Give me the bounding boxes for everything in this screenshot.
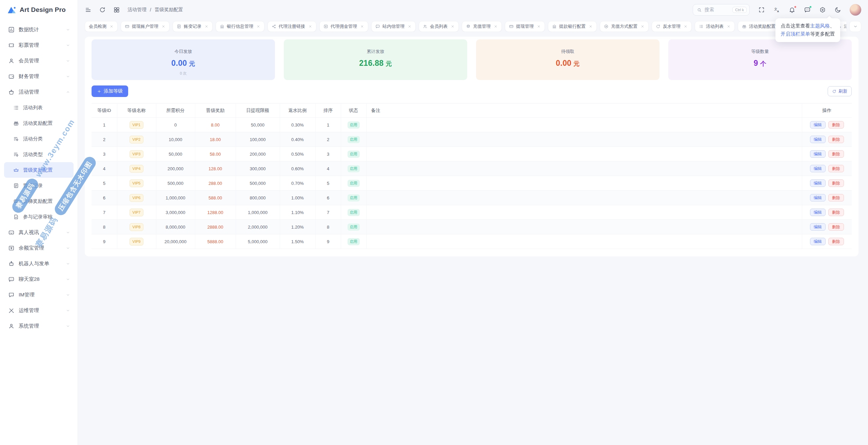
user-avatar[interactable] bbox=[850, 4, 861, 16]
tab-充值方式配置[interactable]: 充值方式配置 bbox=[600, 21, 649, 32]
sidebar-item-label: 活动奖励配置 bbox=[23, 120, 53, 127]
sidebar-item-运维管理[interactable]: 运维管理 bbox=[4, 303, 74, 318]
topbar-menu-link[interactable]: 开启顶栏菜单 bbox=[781, 31, 810, 37]
app-title: Art Design Pro bbox=[20, 6, 66, 14]
delete-button[interactable]: 删除 bbox=[828, 150, 844, 158]
sidebar-item-参与记录审核[interactable]: 参与记录审核 bbox=[4, 209, 74, 225]
edit-button[interactable]: 编辑 bbox=[810, 194, 826, 201]
delete-button[interactable]: 删除 bbox=[828, 238, 844, 245]
breadcrumb-separator: / bbox=[150, 7, 151, 13]
theme-style-link[interactable]: 主题风格 bbox=[810, 23, 830, 28]
close-icon[interactable] bbox=[408, 24, 412, 28]
sidebar-item-会员管理[interactable]: 会员管理 bbox=[4, 53, 74, 69]
delete-button[interactable]: 删除 bbox=[828, 194, 844, 201]
delete-button[interactable]: 删除 bbox=[828, 209, 844, 216]
stat-label: 累计发放 bbox=[284, 49, 467, 55]
sidebar-item-真人视讯[interactable]: 真人视讯 bbox=[4, 225, 74, 240]
tab-提现管理[interactable]: 提现管理 bbox=[505, 21, 545, 32]
sidebar-item-label: 参与记录审核 bbox=[23, 214, 53, 220]
sidebar-item-活动列表[interactable]: 活动列表 bbox=[4, 100, 74, 115]
close-icon[interactable] bbox=[204, 24, 209, 28]
sidebar-item-聊天室28[interactable]: 聊天室28 bbox=[4, 271, 74, 287]
sidebar-item-财务管理[interactable]: 财务管理 bbox=[4, 69, 74, 84]
delete-button[interactable]: 删除 bbox=[828, 223, 844, 231]
tab-代理佣金管理[interactable]: 代理佣金管理 bbox=[319, 21, 368, 32]
delete-button[interactable]: 删除 bbox=[828, 165, 844, 172]
messages-button[interactable] bbox=[804, 6, 811, 13]
sidebar-item-活动管理[interactable]: 活动管理 bbox=[4, 84, 74, 100]
breadcrumb-current: 晋级奖励配置 bbox=[155, 7, 183, 13]
search-input[interactable]: 搜索 Ctrl k bbox=[693, 4, 750, 16]
sidebar-item-活动分类[interactable]: 活动分类 bbox=[4, 131, 74, 147]
cell-rebate: 1.00% bbox=[280, 191, 315, 205]
cell-daily-limit: 5,000,000 bbox=[236, 234, 280, 249]
notifications-button[interactable] bbox=[789, 6, 795, 13]
close-icon[interactable] bbox=[537, 24, 541, 28]
edit-button[interactable]: 编辑 bbox=[810, 150, 826, 158]
apps-grid-icon[interactable] bbox=[113, 6, 120, 13]
content-panel: 今日发放0.00元0 次累计发放216.88元待领取0.00元等级数量9个 添加… bbox=[85, 37, 859, 256]
sidebar-item-label: 会员管理 bbox=[19, 58, 39, 64]
tab-站内信管理[interactable]: 站内信管理 bbox=[371, 21, 416, 32]
edit-button[interactable]: 编辑 bbox=[810, 238, 826, 245]
tab-代理注册链接[interactable]: 代理注册链接 bbox=[268, 21, 316, 32]
settings-gear-icon[interactable] bbox=[819, 6, 826, 13]
tab-账变记录[interactable]: 账变记录 bbox=[173, 21, 213, 32]
edit-button[interactable]: 编辑 bbox=[810, 223, 826, 231]
delete-button[interactable]: 删除 bbox=[828, 136, 844, 143]
close-icon[interactable] bbox=[589, 24, 593, 28]
translate-icon[interactable]: 文A bbox=[773, 6, 780, 13]
sidebar-item-活动奖励配置[interactable]: 活动奖励配置 bbox=[4, 115, 74, 131]
tab-反水管理[interactable]: 反水管理 bbox=[652, 21, 692, 32]
close-icon[interactable] bbox=[161, 24, 165, 28]
sidebar-item-彩票管理[interactable]: 彩票管理 bbox=[4, 37, 74, 53]
sidebar-item-数据统计[interactable]: 数据统计 bbox=[4, 22, 74, 37]
tab-提款银行配置[interactable]: 提款银行配置 bbox=[548, 21, 597, 32]
tab-会员列表[interactable]: 会员列表 bbox=[419, 21, 459, 32]
app-logo[interactable]: Art Design Pro bbox=[0, 0, 78, 20]
list-gear-icon bbox=[13, 136, 19, 142]
edit-button[interactable]: 编辑 bbox=[810, 209, 826, 216]
close-icon[interactable] bbox=[684, 24, 688, 28]
dark-mode-moon-icon[interactable] bbox=[834, 6, 841, 13]
fullscreen-icon[interactable] bbox=[758, 6, 765, 13]
tab-活动列表[interactable]: 活动列表 bbox=[695, 21, 735, 32]
edit-button[interactable]: 编辑 bbox=[810, 136, 826, 143]
sidebar-item-IM管理[interactable]: IM管理 bbox=[4, 287, 74, 303]
sidebar-item-晋级记录[interactable]: 晋级记录 bbox=[4, 178, 74, 193]
cell-status: 启用 bbox=[341, 234, 366, 249]
sidebar-item-机器人与发单[interactable]: 机器人与发单 bbox=[4, 256, 74, 271]
sidebar-item-余额宝管理[interactable]: 余额宝管理 bbox=[4, 240, 74, 256]
sidebar-item-晋级奖励配置[interactable]: 晋级奖励配置 bbox=[4, 162, 74, 178]
close-icon[interactable] bbox=[494, 24, 498, 28]
close-icon[interactable] bbox=[640, 24, 645, 28]
breadcrumb-parent[interactable]: 活动管理 bbox=[127, 7, 146, 13]
sidebar-item-系统管理[interactable]: 系统管理 bbox=[4, 318, 74, 334]
sidebar-item-活动类型[interactable]: 活动类型 bbox=[4, 147, 74, 162]
edit-button[interactable]: 编辑 bbox=[810, 121, 826, 129]
delete-button[interactable]: 删除 bbox=[828, 121, 844, 129]
tab-会员检测[interactable]: 会员检测 bbox=[85, 21, 118, 32]
sidebar-item-阶梯奖励配置[interactable]: 阶梯奖励配置 bbox=[4, 193, 74, 209]
tabs-more-button[interactable] bbox=[849, 21, 861, 32]
vip-badge: VIP5 bbox=[130, 179, 144, 187]
refresh-button[interactable]: 刷新 bbox=[828, 86, 852, 96]
search-shortcut: Ctrl k bbox=[732, 7, 747, 13]
close-icon[interactable] bbox=[451, 24, 455, 28]
close-icon[interactable] bbox=[727, 24, 731, 28]
close-icon[interactable] bbox=[110, 24, 114, 28]
tab-银行信息管理[interactable]: 银行信息管理 bbox=[216, 21, 264, 32]
delete-button[interactable]: 删除 bbox=[828, 179, 844, 187]
add-level-button[interactable]: 添加等级 bbox=[92, 85, 128, 97]
close-icon[interactable] bbox=[256, 24, 260, 28]
close-icon[interactable] bbox=[360, 24, 364, 28]
edit-button[interactable]: 编辑 bbox=[810, 179, 826, 187]
tab-充值管理[interactable]: 充值管理 bbox=[462, 21, 502, 32]
close-icon[interactable] bbox=[308, 24, 312, 28]
reload-icon[interactable] bbox=[99, 6, 106, 13]
edit-button[interactable]: 编辑 bbox=[810, 165, 826, 172]
collapse-menu-icon[interactable] bbox=[85, 6, 92, 13]
vip-badge: VIP3 bbox=[130, 150, 144, 158]
cell-remark bbox=[366, 205, 802, 220]
tab-提现账户管理[interactable]: 提现账户管理 bbox=[121, 21, 170, 32]
